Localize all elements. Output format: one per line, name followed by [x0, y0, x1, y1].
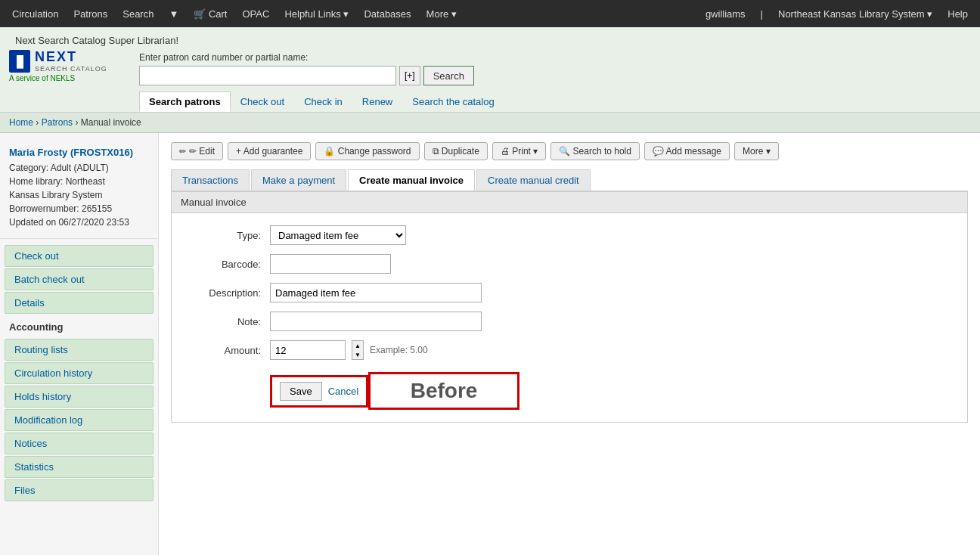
- search-button[interactable]: Search: [423, 66, 474, 85]
- tab-transactions[interactable]: Transactions: [171, 169, 250, 191]
- sidebar-item-modification-log[interactable]: Modification log: [5, 409, 154, 431]
- nav-dropdown-arrow[interactable]: ▼: [163, 5, 185, 23]
- breadcrumb-sep1: ›: [36, 117, 39, 128]
- content-area: ✏✏ Edit + Add guarantee 🔒 Change passwor…: [159, 133, 980, 555]
- duplicate-button[interactable]: ⧉ Duplicate: [424, 142, 488, 160]
- search-label: Enter patron card number or partial name…: [139, 52, 971, 63]
- logo-service: A service of NEKLS: [9, 74, 130, 82]
- patron-library-label: Home library: Northeast: [9, 175, 149, 188]
- super-librarian-message: Next Search Catalog Super Librarian!: [9, 32, 971, 49]
- breadcrumb-home[interactable]: Home: [9, 117, 33, 128]
- add-message-button[interactable]: 💬 Add message: [644, 142, 730, 160]
- form-panel-header: Manual invoice: [172, 192, 967, 213]
- tab-search-catalog[interactable]: Search the catalog: [402, 91, 504, 112]
- logo-box: ▮ NEXT SEARCH CATALOG: [9, 49, 130, 73]
- top-navigation: Circulation Patrons Search ▼ 🛒 Cart OPAC…: [0, 0, 980, 27]
- type-label: Type:: [187, 230, 270, 241]
- sidebar: Maria Frosty (FROSTX016) Category: Adult…: [0, 133, 159, 555]
- amount-input[interactable]: [270, 340, 346, 360]
- amount-input-wrap: ▲ ▼ Example: 5.00: [270, 340, 428, 360]
- tab-create-manual-credit[interactable]: Create manual credit: [476, 169, 591, 191]
- form-row-barcode: Barcode:: [187, 254, 952, 274]
- search-to-hold-button[interactable]: 🔍 Search to hold: [550, 142, 640, 160]
- search-area: Enter patron card number or partial name…: [139, 49, 971, 112]
- logo-area: ▮ NEXT SEARCH CATALOG A service of NEKLS: [9, 49, 130, 82]
- note-input[interactable]: [270, 312, 482, 331]
- header-top-row: ▮ NEXT SEARCH CATALOG A service of NEKLS…: [9, 49, 971, 112]
- before-label: Before: [368, 372, 519, 410]
- sidebar-item-routing-lists[interactable]: Routing lists: [5, 339, 154, 361]
- nav-user[interactable]: gwilliams: [699, 5, 752, 23]
- amount-spinner: ▲ ▼: [352, 340, 364, 360]
- more-button[interactable]: More ▾: [734, 142, 779, 160]
- patron-search-input[interactable]: [139, 66, 396, 85]
- sidebar-item-holds-history[interactable]: Holds history: [5, 386, 154, 408]
- change-password-button[interactable]: 🔒 Change password: [315, 142, 419, 160]
- logo-next: NEXT: [35, 49, 107, 65]
- form-panel: Manual invoice Type: Damaged item fee Lo…: [171, 191, 968, 423]
- patron-info: Maria Frosty (FROSTX016) Category: Adult…: [0, 141, 158, 239]
- save-button[interactable]: Save: [280, 382, 322, 401]
- nav-right: gwilliams | Northeast Kansas Library Sys…: [699, 5, 974, 23]
- sidebar-item-notices[interactable]: Notices: [5, 433, 154, 454]
- nav-databases[interactable]: Databases: [358, 5, 417, 23]
- form-row-amount: Amount: ▲ ▼ Example: 5.00: [187, 340, 952, 360]
- sidebar-item-check-out[interactable]: Check out: [5, 245, 154, 267]
- header-nav-tabs: Search patrons Check out Check in Renew …: [139, 91, 971, 112]
- print-button[interactable]: 🖨 Print ▾: [492, 142, 546, 160]
- logo-icon: ▮: [9, 50, 30, 73]
- sidebar-item-circulation-history[interactable]: Circulation history: [5, 362, 154, 384]
- nav-helpful-links[interactable]: Helpful Links ▾: [278, 5, 355, 23]
- amount-decrement[interactable]: ▼: [352, 350, 363, 359]
- edit-button[interactable]: ✏✏ Edit: [171, 142, 223, 160]
- save-row: Save Cancel Before: [270, 372, 952, 410]
- nav-patrons[interactable]: Patrons: [67, 5, 113, 23]
- nav-separator: |: [755, 5, 769, 23]
- nav-help[interactable]: Help: [941, 5, 974, 23]
- sidebar-item-statistics[interactable]: Statistics: [5, 456, 154, 478]
- form-body: Type: Damaged item fee Lost item fee Man…: [172, 213, 967, 422]
- tab-search-patrons[interactable]: Search patrons: [139, 91, 231, 112]
- logo-text: NEXT SEARCH CATALOG: [35, 49, 107, 73]
- search-input-row: [+] Search: [139, 66, 971, 85]
- nav-circulation[interactable]: Circulation: [6, 5, 64, 23]
- patron-updated: Updated on 06/27/2020 23:53: [9, 215, 149, 229]
- nav-cart[interactable]: 🛒 Cart: [188, 5, 233, 23]
- add-guarantee-button[interactable]: + Add guarantee: [228, 142, 311, 160]
- amount-label: Amount:: [187, 345, 270, 356]
- type-select[interactable]: Damaged item fee Lost item fee Manual fe…: [270, 225, 406, 245]
- barcode-label: Barcode:: [187, 259, 270, 270]
- description-input[interactable]: [270, 283, 482, 302]
- nav-search[interactable]: Search: [116, 5, 160, 23]
- form-row-type: Type: Damaged item fee Lost item fee Man…: [187, 225, 952, 245]
- description-label: Description:: [187, 287, 270, 299]
- edit-icon: ✏: [179, 147, 186, 157]
- tab-check-out[interactable]: Check out: [231, 91, 295, 112]
- sidebar-accounting-header: Accounting: [0, 317, 158, 337]
- cancel-button[interactable]: Cancel: [328, 386, 358, 397]
- breadcrumb: Home › Patrons › Manual invoice: [0, 113, 980, 133]
- breadcrumb-current: Manual invoice: [81, 117, 141, 128]
- save-cancel-box: Save Cancel: [270, 375, 368, 408]
- breadcrumb-sep2: ›: [75, 117, 78, 128]
- tab-create-manual-invoice[interactable]: Create manual invoice: [348, 169, 475, 191]
- breadcrumb-patrons[interactable]: Patrons: [42, 117, 73, 128]
- search-plus-button[interactable]: [+]: [399, 66, 420, 85]
- content-tabs: Transactions Make a payment Create manua…: [171, 169, 968, 191]
- patron-name: Maria Frosty (FROSTX016): [9, 147, 149, 158]
- logo-sub: SEARCH CATALOG: [35, 65, 107, 73]
- nav-more[interactable]: More ▾: [420, 5, 463, 23]
- amount-increment[interactable]: ▲: [352, 341, 363, 350]
- tab-make-payment[interactable]: Make a payment: [251, 169, 346, 191]
- tab-renew[interactable]: Renew: [352, 91, 402, 112]
- patron-borrower: Borrowernumber: 265155: [9, 202, 149, 215]
- action-buttons: ✏✏ Edit + Add guarantee 🔒 Change passwor…: [171, 142, 968, 160]
- nav-library[interactable]: Northeast Kansas Library System ▾: [772, 5, 938, 23]
- sidebar-item-batch-check-out[interactable]: Batch check out: [5, 268, 154, 290]
- nav-opac[interactable]: OPAC: [236, 5, 275, 23]
- header-area: Next Search Catalog Super Librarian! ▮ N…: [0, 27, 980, 113]
- barcode-input[interactable]: [270, 254, 391, 274]
- sidebar-item-files[interactable]: Files: [5, 479, 154, 501]
- sidebar-item-details[interactable]: Details: [5, 292, 154, 314]
- tab-check-in[interactable]: Check in: [294, 91, 352, 112]
